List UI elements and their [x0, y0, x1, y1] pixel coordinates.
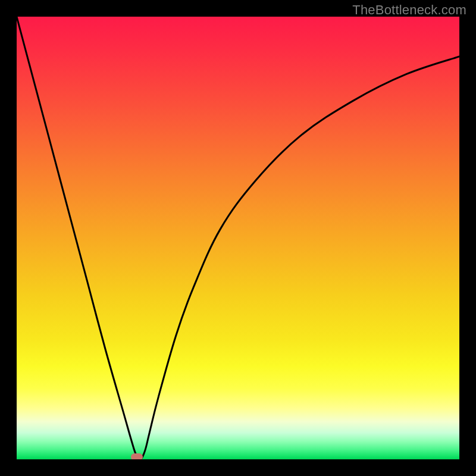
- plot-area: [17, 17, 459, 459]
- bottleneck-curve: [17, 17, 459, 459]
- chart-frame: TheBottleneck.com: [0, 0, 476, 476]
- watermark-text: TheBottleneck.com: [352, 2, 466, 18]
- optimum-marker: [131, 453, 143, 459]
